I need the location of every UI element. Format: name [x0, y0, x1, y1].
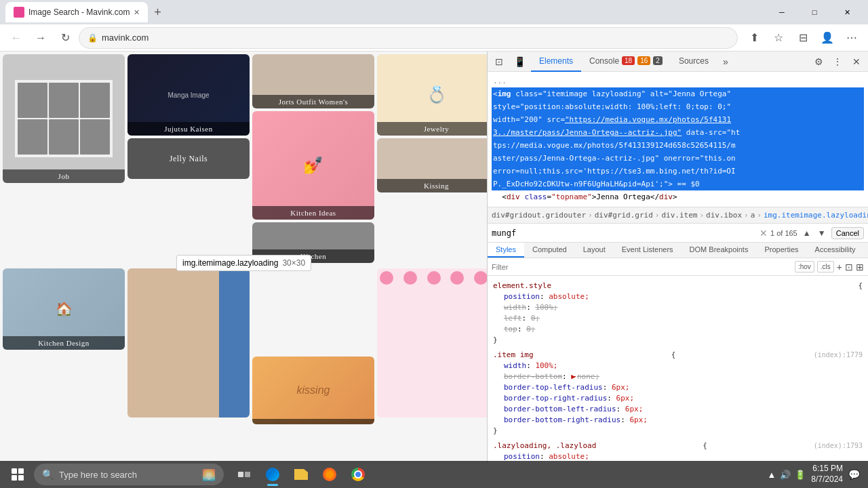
devtools-tabs: Elements Console 18 16 2 Sources »	[531, 52, 734, 72]
taskbar-icon-edge[interactable]	[259, 461, 286, 488]
html-line-img[interactable]: <img class="itemimage lazyloading" alt="…	[492, 87, 864, 100]
refresh-button[interactable]: ↻	[54, 27, 76, 49]
styles-tab-properties[interactable]: Properties	[756, 243, 806, 258]
grid-item-label-kitchen-design: Kitchen Design	[3, 336, 125, 350]
grid-item-jelly-nails[interactable]: 💅 Kitchen Ideas	[252, 111, 374, 220]
styles-add-button[interactable]: +	[837, 262, 842, 272]
minimize-button[interactable]: ─	[766, 0, 797, 24]
search-count: 1 of 165	[770, 229, 797, 237]
grid-item-kitchen-ideas[interactable]: Kissing	[377, 138, 487, 192]
breadcrumb-item-4[interactable]: a	[751, 211, 755, 220]
styles-more-button[interactable]: ⊞	[856, 262, 864, 272]
devtools-more-button[interactable]: ⋮	[829, 53, 846, 70]
taskbar-search-box[interactable]: 🔍 Type here to search 🌅	[34, 464, 224, 485]
taskbar-icon-firefox[interactable]	[316, 461, 343, 488]
breadcrumb-item-5[interactable]: img.itemimage.lazyloading	[764, 211, 868, 220]
styles-cls-button[interactable]: .cls	[817, 261, 834, 272]
css-selector-lazyloading: .lazyloading, .lazyload { (index):1793	[493, 441, 863, 451]
styles-hover-button[interactable]: :hov	[795, 261, 814, 272]
main-area: Job Manga Image Jujutsu Kaisen Jelly Nai…	[0, 52, 868, 464]
firefox-browser-icon	[323, 468, 336, 481]
windows-logo-icon	[12, 468, 24, 481]
tray-notification-icon[interactable]: 💬	[848, 469, 860, 480]
toolbar-right: ⬆ ☆ ⊟ 👤 ⋯	[743, 27, 863, 49]
share-button[interactable]: ⬆	[743, 27, 765, 49]
styles-inspect-button[interactable]: ⊡	[845, 262, 853, 272]
styles-tab-styles[interactable]: Styles	[488, 243, 524, 258]
search-clear-button[interactable]: ✕	[760, 228, 768, 239]
taskbar-icon-chrome[interactable]	[344, 461, 372, 488]
devtools-inspect-button[interactable]: ⊡	[490, 53, 508, 70]
breadcrumb-item-2[interactable]: div.item	[661, 211, 697, 220]
styles-filter-input[interactable]	[492, 263, 792, 271]
styles-tab-dom[interactable]: DOM Breakpoints	[682, 243, 757, 258]
css-rule-item-img: .item img { (index):1779 width: 100%; bo…	[488, 348, 868, 439]
grid-item-jenna[interactable]: Jelly Nails	[127, 138, 250, 179]
browser-tab[interactable]: Image Search - Mavink.com ✕	[5, 2, 148, 22]
css-selector-item-img: .item img { (index):1779	[493, 350, 863, 361]
html-line-topname: <div class="topname">Jenna Ortega</div>	[492, 190, 864, 203]
styles-tab-computed[interactable]: Computed	[524, 243, 575, 258]
devtools-more-tabs-button[interactable]: »	[717, 53, 734, 70]
styles-tab-accessibility[interactable]: Accessibility	[807, 243, 864, 258]
grid-item-shorts[interactable]: Jorts Outfit Women's	[252, 54, 374, 108]
search-bar: ✕ 1 of 165 ▲ ▼ Cancel	[488, 224, 868, 243]
search-prev-button[interactable]: ▲	[800, 226, 814, 240]
tray-speaker-icon[interactable]: 🔊	[780, 470, 791, 480]
taskbar-clock[interactable]: 6:15 PM 8/7/2024	[811, 464, 843, 485]
maximize-button[interactable]: □	[799, 0, 830, 24]
search-input[interactable]	[492, 228, 757, 238]
favorites-button[interactable]: ☆	[768, 27, 789, 49]
tray-battery-icon[interactable]: 🔋	[795, 470, 806, 480]
search-cancel-button[interactable]: Cancel	[831, 227, 864, 239]
grid-item-jewelry[interactable]: 💍 Jewelry	[377, 54, 487, 136]
taskbar-icon-taskview[interactable]	[231, 461, 258, 488]
html-line-style[interactable]: style="position:absolute;width: 100%;lef…	[492, 100, 864, 113]
css-prop-bblr: border-bottom-left-radius: 6px;	[493, 404, 863, 415]
grid-item-kissing[interactable]: kissing	[252, 357, 374, 424]
devtools-close-button[interactable]: ✕	[848, 53, 865, 70]
tray-network-icon[interactable]: ▲	[767, 470, 776, 480]
devtools-settings-button[interactable]: ⚙	[810, 53, 827, 70]
grid-item-kitchen-design[interactable]: 🏠 Kitchen Design	[3, 268, 125, 350]
new-tab-button[interactable]: +	[148, 3, 167, 22]
back-button[interactable]: ←	[5, 27, 27, 49]
forward-button[interactable]: →	[30, 27, 52, 49]
grid-item-label-jujutsu: Jujutsu Kaisen	[127, 122, 250, 136]
breadcrumb-item-1[interactable]: div#grid.grid	[595, 211, 653, 220]
styles-filter-bar: :hov .cls + ⊡ ⊞	[488, 258, 868, 276]
grid-item-label-kissing	[252, 419, 374, 424]
address-bar[interactable]: 🔒 mavink.com	[79, 27, 738, 49]
html-line-width-src[interactable]: width="200" src="https://media.vogue.mx/…	[492, 113, 864, 126]
devtools-tab-elements[interactable]: Elements	[531, 52, 581, 72]
close-button[interactable]: ✕	[831, 0, 863, 24]
url-text: mavink.com	[102, 33, 149, 43]
start-button[interactable]	[3, 462, 33, 487]
breadcrumb-item-3[interactable]: div.ibox	[706, 211, 742, 220]
tab-title: Image Search - Mavink.com	[28, 7, 130, 17]
taskbar-icon-files[interactable]	[288, 461, 315, 488]
taskbar-search-placeholder: Type here to search	[59, 470, 137, 480]
sidebar-button[interactable]: ⊟	[792, 27, 814, 49]
css-prop-border-bottom: border-bottom: ▶ none;	[493, 371, 863, 382]
grid-item-job[interactable]: Job	[3, 54, 125, 183]
css-prop-width: width: 100%;	[493, 302, 863, 313]
devtools-device-button[interactable]: 📱	[511, 53, 528, 70]
devtools-tab-sources[interactable]: Sources	[671, 52, 717, 72]
css-prop-left: left: 0;	[493, 313, 863, 324]
styles-tab-event-listeners[interactable]: Event Listeners	[614, 243, 682, 258]
tab-close-button[interactable]: ✕	[134, 8, 140, 17]
tooltip-dimensions: 30×30	[282, 258, 305, 268]
grid-item-jujutsu[interactable]: Manga Image Jujutsu Kaisen	[127, 54, 250, 136]
html-view: ... <img class="itemimage lazyloading" a…	[488, 72, 868, 207]
grid-item-jello[interactable]	[127, 268, 250, 418]
styles-tab-layout[interactable]: Layout	[575, 243, 614, 258]
breadcrumb-item-0[interactable]: div#gridout.gridouter	[492, 211, 586, 220]
profile-button[interactable]: 👤	[816, 27, 838, 49]
search-next-button[interactable]: ▼	[815, 226, 829, 240]
devtools-tab-console[interactable]: Console 18 16 2	[581, 52, 671, 72]
info-badge: 2	[653, 56, 663, 65]
grid-item-pink-pattern[interactable]	[377, 268, 487, 418]
settings-button[interactable]: ⋯	[841, 27, 863, 49]
clock-time: 6:15 PM	[811, 464, 843, 474]
